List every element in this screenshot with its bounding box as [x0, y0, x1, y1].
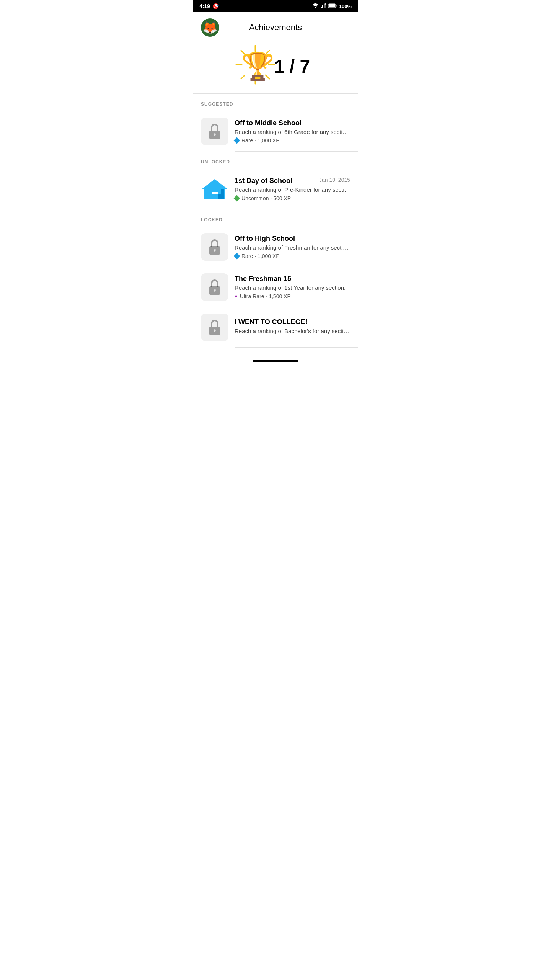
status-bar: 4:19 🎯	[193, 0, 358, 12]
achievement-title-row-the-freshman-15: The Freshman 15	[235, 275, 350, 283]
achievement-title-off-to-middle-school: Off to Middle School	[235, 119, 302, 127]
lock-svg	[207, 238, 222, 255]
svg-rect-1	[321, 7, 322, 8]
svg-rect-24	[221, 189, 224, 194]
achievement-desc-i-went-to-college: Reach a ranking of Bachelor's for any se…	[235, 328, 350, 334]
rarity-heart-icon: ♥	[235, 294, 238, 299]
section-header-suggested: SUGGESTED	[193, 94, 358, 111]
svg-rect-33	[214, 330, 215, 332]
svg-rect-9	[336, 5, 336, 7]
svg-rect-20	[214, 134, 215, 136]
achievement-item-1st-day-of-school[interactable]: 1st Day of SchoolJan 10, 2015Reach a ran…	[193, 169, 358, 209]
svg-rect-2	[322, 5, 323, 8]
achievement-title-the-freshman-15: The Freshman 15	[235, 275, 291, 283]
achievement-title-row-off-to-high-school: Off to High School	[235, 235, 350, 243]
rarity-label: Uncommon · 500 XP	[241, 195, 291, 201]
achievement-info-the-freshman-15: The Freshman 15Reach a ranking of 1st Ye…	[235, 275, 350, 299]
wifi-icon	[312, 3, 318, 9]
achievement-icon-1st-day-of-school	[201, 175, 228, 203]
battery-percent: 100%	[339, 3, 352, 9]
time-display: 4:19	[199, 3, 210, 9]
achievement-info-i-went-to-college: I WENT TO COLLEGE!Reach a ranking of Bac…	[235, 318, 350, 336]
svg-point-0	[315, 7, 316, 8]
achievement-item-off-to-high-school[interactable]: Off to High SchoolReach a ranking of Fre…	[193, 227, 358, 267]
achievement-date-1st-day-of-school: Jan 10, 2015	[319, 177, 350, 183]
rarity-gem-icon	[234, 253, 240, 260]
trophy-icon: 🏆	[241, 51, 274, 82]
achievement-desc-off-to-high-school: Reach a ranking of Freshman for any sect…	[235, 244, 350, 251]
lock-svg	[207, 279, 222, 296]
svg-rect-8	[329, 4, 335, 7]
achievement-item-the-freshman-15[interactable]: The Freshman 15Reach a ranking of 1st Ye…	[193, 267, 358, 307]
trophy-progress-section: 🏆 1 / 7	[193, 43, 358, 93]
achievement-icon-the-freshman-15	[201, 273, 228, 301]
achievement-title-row-1st-day-of-school: 1st Day of SchoolJan 10, 2015	[235, 177, 350, 185]
achievement-desc-1st-day-of-school: Reach a ranking of Pre-Kinder for any se…	[235, 186, 350, 193]
achievement-info-off-to-middle-school: Off to Middle SchoolReach a ranking of 6…	[235, 119, 350, 144]
achievement-desc-off-to-middle-school: Reach a ranking of 6th Grade for any sec…	[235, 129, 350, 135]
bottom-bar	[193, 355, 358, 366]
rarity-gem-icon	[234, 195, 240, 202]
achievement-item-off-to-middle-school[interactable]: Off to Middle SchoolReach a ranking of 6…	[193, 111, 358, 151]
achievement-title-1st-day-of-school: 1st Day of School	[235, 177, 292, 185]
page-header: 🦊 Achievements	[193, 12, 358, 43]
achievement-title-row-off-to-middle-school: Off to Middle School	[235, 119, 350, 127]
rarity-label: Rare · 1,000 XP	[241, 137, 280, 144]
achievement-rarity-off-to-middle-school: Rare · 1,000 XP	[235, 137, 350, 144]
achievement-icon-off-to-high-school	[201, 233, 228, 261]
svg-rect-27	[214, 250, 215, 252]
sections-container: SUGGESTED Off to Middle SchoolReach a ra…	[193, 94, 358, 348]
rarity-gem-icon	[234, 137, 240, 144]
signal-icon	[321, 3, 326, 9]
house-svg	[202, 177, 228, 201]
status-right: 100%	[312, 3, 352, 9]
achievement-desc-the-freshman-15: Reach a ranking of 1st Year for any sect…	[235, 284, 350, 291]
achievement-title-row-i-went-to-college: I WENT TO COLLEGE!	[235, 318, 350, 326]
svg-rect-3	[324, 4, 325, 8]
battery-icon	[328, 3, 337, 9]
status-left: 4:19 🎯	[199, 3, 219, 9]
achievement-icon-i-went-to-college	[201, 314, 228, 341]
achievement-rarity-the-freshman-15: ♥Ultra Rare · 1,500 XP	[235, 293, 350, 299]
target-icon: 🎯	[212, 3, 219, 9]
achievement-info-1st-day-of-school: 1st Day of SchoolJan 10, 2015Reach a ran…	[235, 177, 350, 201]
achievement-item-i-went-to-college[interactable]: I WENT TO COLLEGE!Reach a ranking of Bac…	[193, 307, 358, 347]
trophy-wrapper: 🏆	[241, 51, 274, 82]
lock-svg	[207, 123, 222, 140]
rarity-label: Ultra Rare · 1,500 XP	[240, 293, 291, 299]
item-divider	[235, 347, 358, 348]
page-title: Achievements	[219, 23, 332, 33]
home-indicator	[253, 360, 298, 362]
achievement-info-off-to-high-school: Off to High SchoolReach a ranking of Fre…	[235, 235, 350, 259]
svg-rect-23	[212, 194, 218, 199]
rarity-label: Rare · 1,000 XP	[241, 253, 280, 259]
lock-svg	[207, 319, 222, 336]
svg-rect-30	[214, 290, 215, 292]
achievement-rarity-off-to-high-school: Rare · 1,000 XP	[235, 253, 350, 259]
achievement-title-i-went-to-college: I WENT TO COLLEGE!	[235, 318, 308, 326]
achievement-title-off-to-high-school: Off to High School	[235, 235, 295, 243]
achievement-rarity-1st-day-of-school: Uncommon · 500 XP	[235, 195, 350, 201]
section-header-unlocked: UNLOCKED	[193, 152, 358, 169]
achievement-icon-off-to-middle-school	[201, 118, 228, 145]
trophy-count: 1 / 7	[274, 56, 310, 77]
section-header-locked: LOCKED	[193, 209, 358, 227]
svg-rect-22	[218, 194, 224, 199]
user-avatar[interactable]: 🦊	[201, 18, 219, 37]
